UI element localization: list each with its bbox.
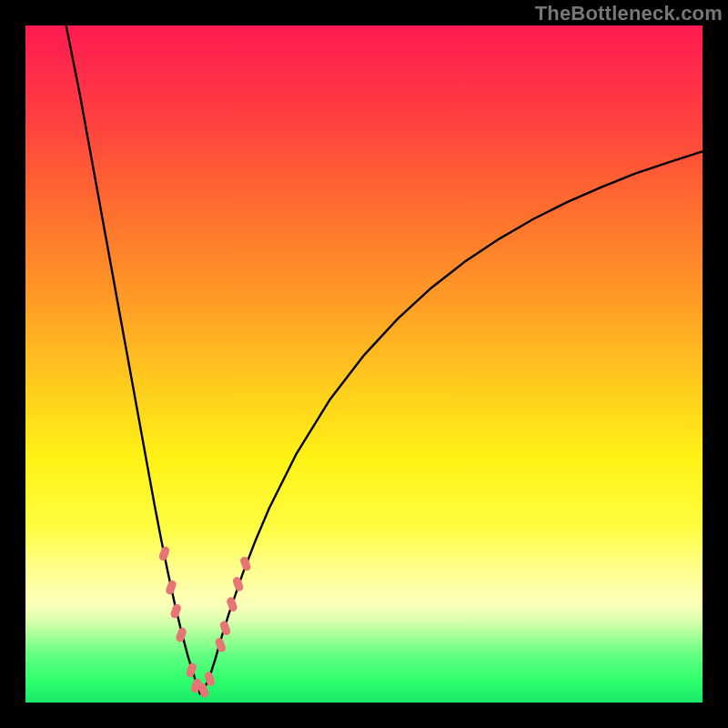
marker-group bbox=[158, 545, 252, 698]
curve-marker bbox=[158, 545, 171, 561]
curve-marker bbox=[214, 637, 227, 653]
curve-marker bbox=[169, 603, 182, 620]
curve-marker bbox=[175, 627, 187, 643]
curve-marker bbox=[226, 596, 238, 612]
curve-marker bbox=[185, 662, 197, 678]
curve-marker bbox=[165, 579, 177, 595]
curve-layer bbox=[25, 25, 703, 703]
curve-marker bbox=[219, 620, 232, 636]
watermark-text: TheBottleneck.com bbox=[535, 2, 723, 25]
chart-frame: TheBottleneck.com bbox=[0, 0, 728, 728]
curve-marker bbox=[232, 576, 245, 592]
curve-right bbox=[200, 151, 703, 694]
plot-area bbox=[25, 25, 703, 703]
curve-left bbox=[66, 25, 200, 694]
curve-marker bbox=[239, 555, 252, 571]
